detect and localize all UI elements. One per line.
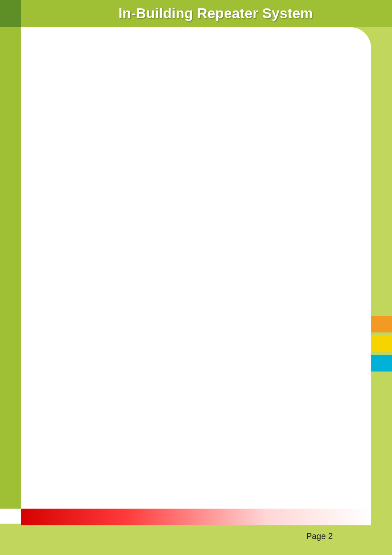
tab-orange: [371, 316, 392, 332]
page-number: Page 2: [306, 531, 333, 541]
red-gradient-band: [21, 509, 371, 525]
header-band: In-Building Repeater System: [0, 0, 392, 27]
bottom-green-strip: [0, 524, 392, 555]
left-green-strip: [0, 27, 21, 509]
document-title: In-Building Repeater System: [118, 6, 313, 21]
tab-yellow: [371, 335, 392, 352]
tab-cyan: [371, 355, 392, 372]
side-color-tabs: [371, 316, 392, 374]
page-paper: [21, 27, 371, 509]
